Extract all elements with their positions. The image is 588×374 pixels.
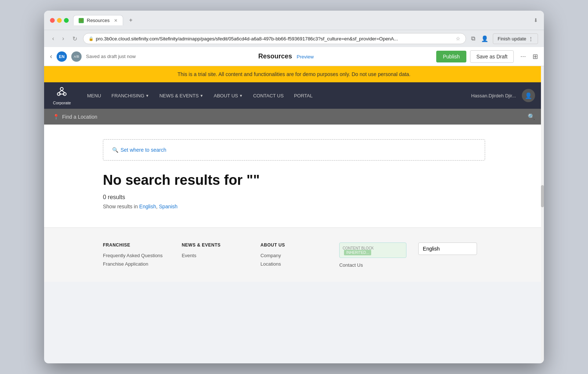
back-button[interactable]: ‹	[50, 34, 56, 43]
footer-company-link[interactable]: Company	[261, 253, 327, 258]
location-search-icon[interactable]: 🔍	[528, 113, 535, 120]
nav-link-contact[interactable]: CONTACT US	[249, 90, 288, 101]
nav-link-about[interactable]: ABOUT US ▼	[209, 90, 247, 101]
location-bar: 📍 Find a Location 🔍	[44, 109, 544, 125]
site-nav-left: Corporate MENU FRANCHISING ▼ NEWS & EVEN…	[53, 86, 317, 105]
logo-text: Corporate	[53, 101, 71, 105]
footer-franchise-col: FRANCHISE Frequently Asked Questions Fra…	[103, 242, 170, 271]
footer-content-block-col: CONTENT BLOCK INHERITED... Contact Us	[339, 242, 406, 271]
trial-banner: This is a trial site. All content and fu…	[44, 66, 544, 82]
url-text: pro.3b0ce.cloud.sitefinity.com/Sitefinit…	[96, 36, 453, 42]
show-results-text: Show results in	[103, 204, 138, 209]
close-button[interactable]	[50, 18, 55, 23]
nav-link-menu[interactable]: MENU	[83, 90, 105, 101]
cms-page-title: Resources	[258, 53, 292, 60]
location-placeholder: Find a Location	[62, 114, 97, 120]
site-nav: Corporate MENU FRANCHISING ▼ NEWS & EVEN…	[44, 82, 544, 109]
cms-preview-link[interactable]: Preview	[297, 54, 313, 60]
inherited-label: INHERITED...	[344, 250, 371, 255]
site-user-avatar[interactable]: 👤	[522, 89, 535, 102]
search-widget-icon: 🔍	[112, 147, 118, 153]
lang-select-wrapper: English Spanish	[418, 242, 485, 255]
scrollbar-thumb[interactable]	[541, 185, 544, 207]
maximize-button[interactable]	[64, 18, 69, 23]
title-bar: 🌿 Resources ✕ + ⬇	[44, 11, 544, 30]
finish-update-label: Finish update	[498, 36, 526, 42]
location-input[interactable]: 📍 Find a Location	[53, 114, 97, 120]
location-pin-icon: 📍	[53, 114, 59, 120]
footer-faq-link[interactable]: Frequently Asked Questions	[103, 253, 170, 258]
search-widget-text: Set where to search	[121, 147, 166, 153]
lang-select[interactable]: English Spanish	[418, 242, 477, 255]
search-widget: 🔍 Set where to search	[103, 139, 485, 161]
footer-events-link[interactable]: Events	[182, 253, 248, 258]
finish-update-chevron: ⋮	[528, 36, 533, 42]
users-button[interactable]: ⊞	[533, 53, 538, 61]
trial-banner-text: This is a trial site. All content and fu…	[178, 71, 410, 77]
cms-status-text: Saved as draft just now	[86, 54, 136, 59]
svg-point-0	[60, 87, 63, 90]
results-count: 0 results	[103, 194, 485, 201]
footer-franchise-title: FRANCHISE	[103, 242, 170, 248]
footer-about-title: ABOUT US	[261, 242, 327, 248]
no-results-heading: No search results for ""	[103, 172, 485, 188]
franchising-dropdown-icon: ▼	[146, 94, 149, 98]
cms-title-area: Resources Preview	[140, 53, 432, 60]
extensions-button[interactable]: ⧉	[470, 34, 477, 43]
site-content: This is a trial site. All content and fu…	[44, 66, 544, 363]
cms-ab-badge[interactable]: A/B	[71, 51, 82, 62]
more-options-button[interactable]: ···	[517, 51, 529, 62]
bookmark-icon[interactable]: ☆	[456, 36, 460, 42]
nav-bar: ‹ › ↻ 🔒 pro.3b0ce.cloud.sitefinity.com/S…	[44, 30, 544, 47]
nav-link-franchising[interactable]: FRANCHISING ▼	[107, 90, 153, 101]
window-controls: ⬇	[534, 17, 538, 23]
footer-contact-link[interactable]: Contact Us	[339, 262, 406, 268]
main-content: 🔍 Set where to search No search results …	[44, 125, 544, 227]
logo-icon	[56, 86, 68, 100]
site-logo[interactable]: Corporate	[53, 86, 71, 105]
results-lang: Show results in English, Spanish	[103, 204, 485, 209]
svg-line-3	[59, 90, 62, 93]
svg-line-4	[62, 90, 65, 93]
cms-back-button[interactable]: ‹	[50, 53, 52, 60]
footer-grid: FRANCHISE Frequently Asked Questions Fra…	[103, 242, 485, 271]
english-lang-link[interactable]: English	[139, 204, 156, 209]
news-dropdown-icon: ▼	[200, 94, 204, 98]
tab-favicon: 🌿	[79, 18, 84, 23]
nav-link-portal[interactable]: PORTAL	[290, 90, 317, 101]
cms-toolbar: ‹ EN A/B Saved as draft just now Resourc…	[44, 47, 544, 66]
spanish-lang-link[interactable]: Spanish	[159, 204, 178, 209]
nav-link-news[interactable]: NEWS & EVENTS ▼	[155, 90, 208, 101]
tab-bar: 🌿 Resources ✕ +	[73, 15, 529, 25]
scrollbar-track[interactable]	[541, 66, 544, 363]
footer-news-col: NEWS & EVENTS Events	[182, 242, 248, 271]
save-draft-button[interactable]: Save as Draft	[470, 50, 514, 63]
footer-locations-link[interactable]: Locations	[261, 261, 327, 267]
forward-button[interactable]: ›	[60, 34, 66, 43]
tab-close-icon[interactable]: ✕	[114, 18, 118, 23]
lock-icon: 🔒	[89, 36, 94, 41]
cms-lang-badge[interactable]: EN	[57, 51, 67, 62]
active-tab[interactable]: 🌿 Resources ✕	[73, 15, 123, 25]
url-bar[interactable]: 🔒 pro.3b0ce.cloud.sitefinity.com/Sitefin…	[83, 33, 466, 44]
site-footer: FRANCHISE Frequently Asked Questions Fra…	[44, 227, 544, 282]
cms-actions: Publish Save as Draft ··· ⊞	[436, 50, 538, 63]
footer-about-col: ABOUT US Company Locations	[261, 242, 327, 271]
minimize-button[interactable]	[57, 18, 62, 23]
finish-update-button[interactable]: Finish update ⋮	[493, 33, 538, 44]
publish-button[interactable]: Publish	[436, 51, 466, 62]
refresh-button[interactable]: ↻	[70, 34, 79, 44]
footer-lang-col: English Spanish	[418, 242, 485, 271]
footer-news-title: NEWS & EVENTS	[182, 242, 248, 248]
profile-button[interactable]: 👤	[480, 34, 490, 44]
site-nav-right: Hassan.Djirdeh Djir... 👤	[471, 89, 535, 102]
traffic-lights	[50, 18, 69, 23]
footer-content-block: CONTENT BLOCK INHERITED...	[339, 242, 406, 258]
footer-franchise-app-link[interactable]: Franchise Application	[103, 261, 170, 267]
new-tab-button[interactable]: +	[126, 15, 135, 25]
tab-title: Resources	[87, 18, 110, 23]
site-nav-links: MENU FRANCHISING ▼ NEWS & EVENTS ▼ ABOUT…	[83, 90, 317, 101]
about-dropdown-icon: ▼	[239, 94, 243, 98]
nav-actions: ⧉ 👤 Finish update ⋮	[470, 33, 538, 44]
set-where-to-search-link[interactable]: 🔍 Set where to search	[112, 147, 166, 153]
